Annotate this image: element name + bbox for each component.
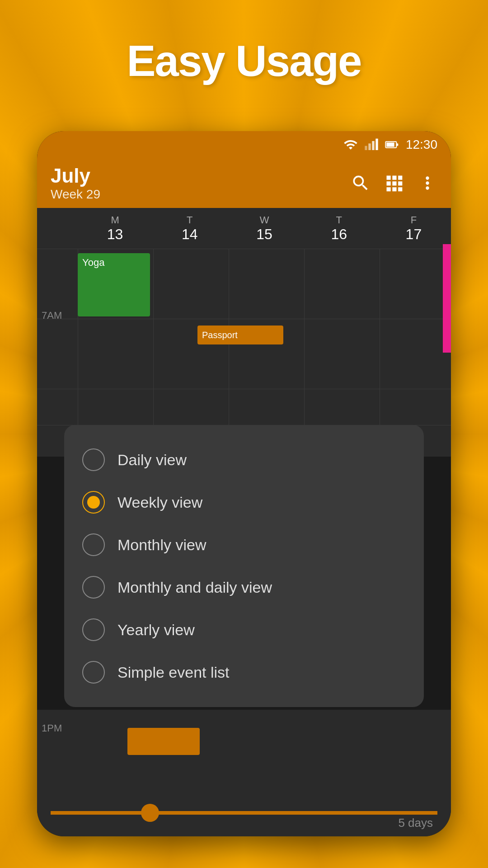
page-title: Easy Usage	[0, 36, 488, 86]
grid-icon[interactable]	[384, 173, 404, 193]
status-time: 12:30	[406, 137, 437, 152]
svg-rect-3	[375, 139, 378, 150]
svg-rect-0	[365, 146, 367, 150]
phone-frame: 12:30 July Week 29 M 13	[37, 131, 451, 836]
radio-circle-weekly	[82, 491, 105, 514]
view-selector-dialog: Daily view Weekly view Monthly view Mont…	[64, 425, 424, 707]
radio-label-monthly-daily: Monthly and daily view	[117, 579, 272, 596]
radio-label-daily: Daily view	[117, 451, 187, 469]
wifi-icon	[343, 137, 358, 152]
calendar-day-headers: M 13 T 14 W 15 T 16 F 17	[37, 208, 451, 249]
day-num-mon: 13	[107, 226, 123, 243]
grid-line	[37, 249, 451, 249]
radio-label-yearly: Yearly view	[117, 621, 195, 639]
days-slider-thumb[interactable]	[141, 804, 159, 822]
radio-item-monthly[interactable]: Monthly view	[64, 524, 424, 566]
day-letter-fri: F	[411, 214, 417, 226]
svg-rect-5	[386, 142, 394, 146]
day-header-mon: M 13	[78, 214, 152, 243]
day-letter-wed: W	[260, 214, 269, 226]
pink-sidebar-bar	[443, 244, 451, 353]
search-icon[interactable]	[351, 173, 371, 193]
day-num-tue: 14	[182, 226, 198, 243]
svg-rect-2	[372, 141, 374, 150]
day-num-thu: 16	[331, 226, 347, 243]
day-header-tue: T 14	[152, 214, 227, 243]
header-title-area: July Week 29	[51, 165, 100, 202]
header-month: July	[51, 165, 100, 187]
status-bar: 12:30	[37, 131, 451, 158]
time-7am-label: 7AM	[42, 310, 62, 321]
more-icon[interactable]	[418, 173, 437, 193]
radio-item-daily[interactable]: Daily view	[64, 439, 424, 481]
radio-circle-yearly	[82, 618, 105, 641]
radio-item-weekly[interactable]: Weekly view	[64, 481, 424, 524]
status-icons: 12:30	[343, 137, 437, 152]
day-header-thu: T 16	[302, 214, 376, 243]
grid-line	[37, 389, 451, 389]
radio-circle-monthly	[82, 533, 105, 556]
svg-rect-6	[396, 143, 398, 146]
radio-item-monthly-daily[interactable]: Monthly and daily view	[64, 566, 424, 609]
radio-circle-daily	[82, 448, 105, 471]
yoga-event[interactable]: Yoga	[78, 253, 150, 316]
radio-item-simple-list[interactable]: Simple event list	[64, 651, 424, 693]
orange-event-block[interactable]	[127, 728, 200, 755]
yoga-event-label: Yoga	[82, 257, 104, 269]
radio-circle-simple-list	[82, 661, 105, 684]
app-header: July Week 29	[37, 158, 451, 208]
day-letter-thu: T	[336, 214, 342, 226]
time-1pm-label: 1PM	[42, 722, 62, 734]
passport-event-label: Passport	[202, 330, 238, 340]
days-slider-label: 5 days	[398, 816, 433, 830]
day-letter-mon: M	[111, 214, 119, 226]
header-actions	[351, 173, 437, 193]
day-letter-tue: T	[187, 214, 192, 226]
radio-circle-monthly-daily	[82, 576, 105, 599]
day-header-fri: F 17	[376, 214, 451, 243]
day-header-wed: W 15	[227, 214, 301, 243]
radio-item-yearly[interactable]: Yearly view	[64, 609, 424, 651]
signal-icon	[364, 137, 379, 152]
days-slider-track[interactable]	[51, 811, 437, 815]
battery-icon	[385, 137, 399, 152]
bottom-calendar-area: 1PM 5 days	[37, 710, 451, 836]
day-num-fri: 17	[406, 226, 422, 243]
grid-line	[37, 319, 451, 319]
svg-rect-1	[368, 143, 371, 150]
radio-label-monthly: Monthly view	[117, 536, 206, 554]
header-week: Week 29	[51, 187, 100, 202]
day-num-wed: 15	[256, 226, 272, 243]
radio-inner-weekly	[87, 496, 100, 509]
radio-label-simple-list: Simple event list	[117, 664, 230, 681]
passport-event[interactable]: Passport	[197, 326, 283, 344]
radio-label-weekly: Weekly view	[117, 494, 202, 511]
